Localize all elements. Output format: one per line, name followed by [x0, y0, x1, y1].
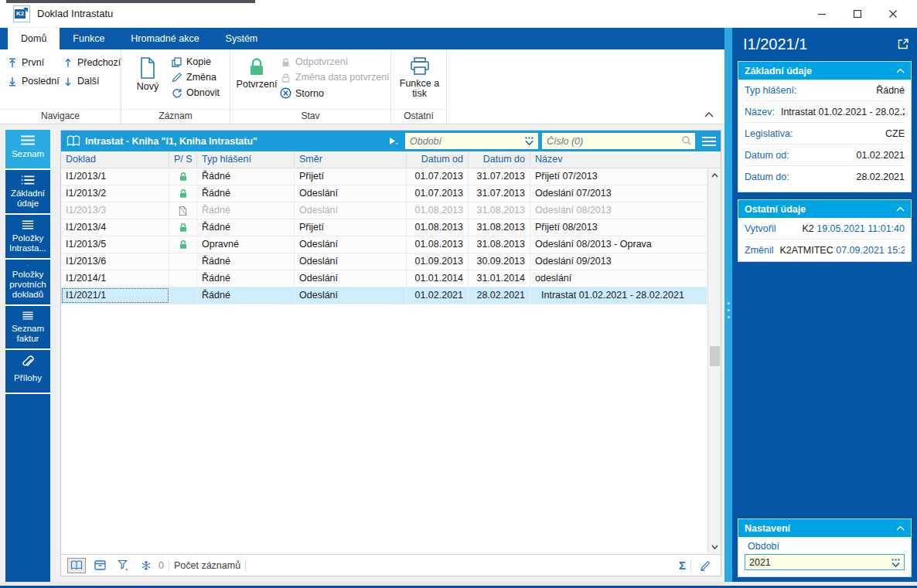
cell-smer[interactable]: Odeslání — [295, 202, 407, 219]
sidebar-item-seznam-faktur[interactable]: Seznam faktur — [5, 306, 50, 348]
freeze-button[interactable] — [137, 558, 155, 573]
table-row[interactable]: I1/2013/1 Řádné Přijetí 01.07.2013 31.07… — [61, 168, 707, 185]
table-row-selected[interactable]: I1/2021/1 Řádné Odeslání 01.02.2021 28.0… — [61, 287, 707, 304]
maximize-button[interactable] — [840, 0, 875, 28]
panel-splitter[interactable] — [724, 28, 732, 582]
cell-doklad[interactable]: I1/2013/2 — [61, 185, 169, 202]
scroll-down-button[interactable] — [708, 542, 721, 552]
column-header-datum-do[interactable]: Datum do — [469, 151, 530, 168]
cell-smer[interactable]: Odeslání — [295, 287, 407, 304]
minimize-button[interactable] — [804, 0, 840, 28]
sum-button[interactable]: Σ — [679, 559, 686, 572]
cell-typ[interactable]: Řádné — [197, 270, 295, 287]
filter-button[interactable] — [114, 558, 132, 573]
cell-typ[interactable]: Řádné — [197, 253, 295, 270]
tab-funkce[interactable]: Funkce — [60, 28, 118, 49]
cell-datum-od[interactable]: 01.07.2013 — [407, 168, 469, 185]
cell-typ[interactable]: Opravné — [197, 236, 295, 253]
cell-datum-od[interactable]: 01.02.2021 — [407, 287, 469, 304]
sidebar-item-polozky-prvotnich-dokladu[interactable]: Položky prvotních dokladů — [5, 260, 50, 304]
cell-datum-od[interactable]: 01.08.2013 — [407, 236, 469, 253]
sidebar-item-prilohy[interactable]: Přílohy — [5, 350, 50, 393]
cell-nazev[interactable]: Odeslání 09/2013 — [530, 253, 707, 270]
table-row[interactable]: I1/2013/6 Řádné Odeslání 01.09.2013 30.0… — [61, 253, 707, 270]
cell-nazev[interactable]: Odeslání 08/2013 — [530, 202, 707, 219]
column-header-datum-od[interactable]: Datum od — [407, 151, 469, 168]
cell-nazev[interactable]: odeslání — [530, 270, 707, 287]
table-row[interactable]: I1/2013/2 Řádné Odeslání 01.07.2013 31.0… — [61, 185, 707, 202]
book-view-button[interactable] — [67, 558, 86, 573]
cell-datum-do[interactable]: 28.02.2021 — [469, 287, 530, 304]
cell-datum-do[interactable]: 31.07.2013 — [469, 168, 530, 185]
archive-button[interactable] — [90, 558, 109, 573]
edit-button[interactable]: Změna — [171, 72, 220, 83]
table-row[interactable]: I1/2013/3 Řádné Odeslání 01.08.2013 31.0… — [61, 202, 707, 219]
unconfirm-button[interactable]: Odpotvrzení — [280, 56, 390, 67]
cell-typ[interactable]: Řádné — [197, 168, 295, 185]
last-button[interactable]: Poslední — [6, 76, 62, 87]
cell-smer[interactable]: Odeslání — [295, 270, 407, 287]
cell-nazev[interactable]: Odeslání 08/2013 - Oprava — [530, 236, 707, 253]
number-filter-input[interactable] — [542, 133, 695, 149]
cell-doklad[interactable]: I1/2021/1 — [61, 287, 169, 304]
edit-pencil-button[interactable] — [696, 558, 714, 573]
functions-print-button[interactable]: Funkce a tisk — [397, 53, 441, 99]
column-header-ps[interactable]: P/ S — [169, 151, 197, 168]
close-button[interactable] — [875, 0, 911, 28]
table-row[interactable]: I1/2013/5 Opravné Odeslání 01.08.2013 31… — [61, 236, 707, 253]
sidebar-item-seznam[interactable]: Seznam — [5, 130, 50, 168]
tab-hromadne-akce[interactable]: Hromadné akce — [118, 28, 212, 49]
cell-doklad[interactable]: I1/2013/5 — [61, 236, 169, 253]
cell-smer[interactable]: Odeslání — [295, 185, 407, 202]
cell-doklad[interactable]: I1/2014/1 — [61, 270, 169, 287]
tab-domu[interactable]: Domů — [8, 28, 60, 49]
cell-smer[interactable]: Odeslání — [295, 236, 407, 253]
column-header-typ-hlaseni[interactable]: Typ hlášení — [197, 151, 295, 168]
cell-datum-od[interactable]: 01.07.2013 — [407, 185, 469, 202]
cell-datum-do[interactable]: 31.08.2013 — [469, 219, 530, 236]
cell-datum-do[interactable]: 31.08.2013 — [469, 236, 530, 253]
scroll-up-button[interactable] — [708, 170, 721, 181]
new-button[interactable]: Nový — [128, 53, 168, 109]
cell-typ[interactable]: Řádné — [197, 185, 295, 202]
collapse-section-button[interactable] — [896, 525, 905, 531]
cell-smer[interactable]: Odeslání — [295, 253, 407, 270]
storno-button[interactable]: Storno — [280, 87, 390, 99]
cell-typ[interactable]: Řádné — [197, 219, 295, 236]
period-filter-input[interactable] — [405, 133, 538, 149]
open-in-window-button[interactable] — [897, 38, 909, 50]
tab-system[interactable]: Systém — [213, 28, 271, 49]
cell-doklad[interactable]: I1/2013/6 — [61, 253, 169, 270]
collapse-section-button[interactable] — [896, 206, 905, 212]
cell-datum-od[interactable]: 01.01.2014 — [407, 270, 469, 287]
cell-datum-od[interactable]: 01.08.2013 — [407, 219, 469, 236]
cell-datum-do[interactable]: 31.01.2014 — [469, 270, 530, 287]
cell-datum-od[interactable]: 01.09.2013 — [407, 253, 469, 270]
first-button[interactable]: První — [6, 57, 62, 68]
scrollbar-thumb[interactable] — [710, 346, 720, 366]
cell-nazev[interactable]: Přijetí 07/2013 — [530, 168, 707, 185]
copy-button[interactable]: Kopie — [171, 56, 220, 67]
sidebar-item-zakladni-udaje[interactable]: Základní údaje — [5, 170, 50, 213]
change-confirm-date-button[interactable]: Změna data potvrzení — [280, 72, 390, 83]
collapse-section-button[interactable] — [896, 68, 905, 73]
book-menu-button[interactable] — [388, 137, 399, 146]
cell-smer[interactable]: Přijetí — [295, 168, 407, 185]
grid-menu-button[interactable] — [697, 131, 721, 151]
cell-smer[interactable]: Přijetí — [295, 219, 407, 236]
cell-doklad[interactable]: I1/2013/4 — [61, 219, 169, 236]
column-header-doklad[interactable]: Doklad — [61, 151, 169, 168]
collapse-ribbon-button[interactable] — [704, 112, 714, 117]
cell-nazev[interactable]: Intrastat 01.02.2021 - 28.02.2021 — [530, 287, 707, 304]
cell-datum-do[interactable]: 30.09.2013 — [469, 253, 530, 270]
refresh-button[interactable]: Obnovit — [171, 87, 220, 98]
cell-datum-do[interactable]: 31.08.2013 — [469, 202, 530, 219]
cell-doklad[interactable]: I1/2013/1 — [61, 168, 169, 185]
vertical-scrollbar[interactable] — [707, 168, 721, 554]
table-row[interactable]: I1/2014/1 Řádné Odeslání 01.01.2014 31.0… — [61, 270, 707, 287]
sidebar-item-polozky-intrastatu[interactable]: Položky Intrasta... — [5, 215, 50, 258]
cell-nazev[interactable]: Přijetí 08/2013 — [530, 219, 707, 236]
period-value-input[interactable] — [745, 554, 905, 570]
cell-nazev[interactable]: Odeslání 07/2013 — [530, 185, 707, 202]
column-header-smer[interactable]: Směr — [295, 151, 407, 168]
